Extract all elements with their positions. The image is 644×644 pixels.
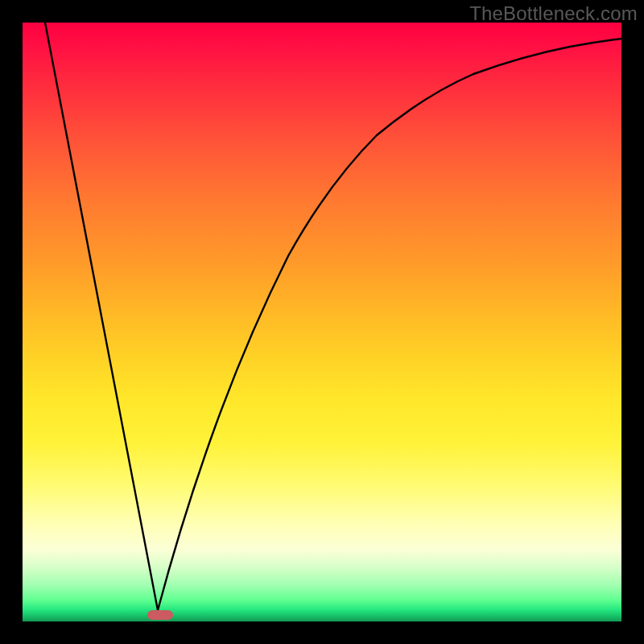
curve-path bbox=[45, 23, 621, 610]
valley-marker bbox=[147, 610, 173, 620]
chart-stage: TheBottleneck.com bbox=[0, 0, 644, 644]
plot-area bbox=[23, 23, 621, 621]
bottleneck-curve bbox=[23, 23, 621, 621]
attribution-label: TheBottleneck.com bbox=[469, 2, 638, 25]
